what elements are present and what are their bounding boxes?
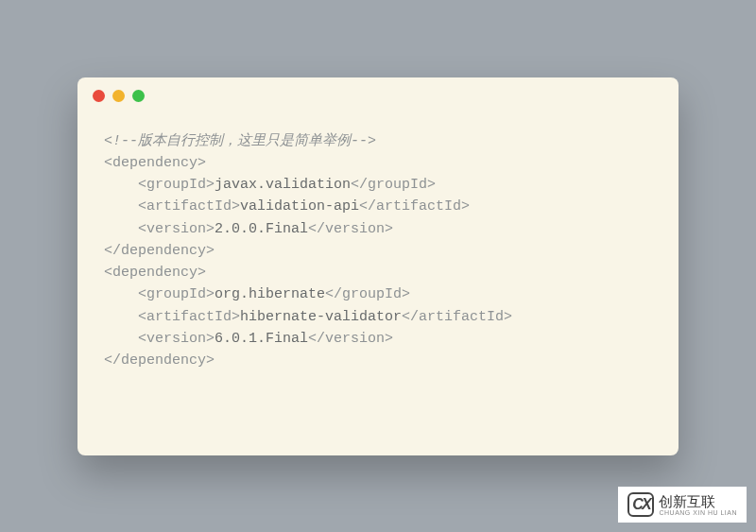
code-tag: <artifactId> — [104, 309, 240, 325]
code-tag: </artifactId> — [402, 309, 512, 325]
logo-text: 创新互联 CHUANG XIN HU LIAN — [659, 494, 737, 516]
code-value: 2.0.0.Final — [215, 221, 308, 237]
code-tag: <groupId> — [104, 286, 215, 302]
logo-sub-text: CHUANG XIN HU LIAN — [659, 509, 737, 516]
code-comment: <!--版本自行控制，这里只是简单举例--> — [104, 133, 376, 149]
code-tag: <artifactId> — [104, 198, 240, 215]
minimize-icon[interactable] — [112, 90, 125, 102]
close-icon[interactable] — [93, 90, 105, 102]
maximize-icon[interactable] — [132, 90, 145, 102]
code-tag: <dependency> — [104, 265, 206, 281]
window-titlebar — [77, 77, 679, 115]
code-tag: </dependency> — [104, 243, 215, 259]
code-content: <!--版本自行控制，这里只是简单举例--> <dependency> <gro… — [77, 115, 679, 387]
code-tag: </artifactId> — [359, 198, 470, 215]
code-tag: </dependency> — [104, 352, 215, 369]
code-value: 6.0.1.Final — [215, 331, 308, 347]
logo-main-text: 创新互联 — [659, 494, 737, 508]
logo-icon-text: CX — [632, 496, 649, 513]
code-tag: </version> — [308, 331, 393, 347]
code-tag: <version> — [104, 221, 215, 237]
code-tag: <dependency> — [104, 155, 206, 171]
code-value: org.hibernate — [215, 286, 325, 302]
code-value: javax.validation — [215, 177, 351, 193]
code-value: validation-api — [240, 198, 359, 215]
code-tag: </groupId> — [351, 177, 436, 193]
code-tag: </version> — [308, 221, 393, 237]
code-tag: <version> — [104, 331, 215, 347]
logo-icon: CX — [627, 492, 654, 517]
code-tag: </groupId> — [325, 286, 410, 302]
code-tag: <groupId> — [104, 177, 215, 193]
brand-logo: CX 创新互联 CHUANG XIN HU LIAN — [618, 487, 747, 523]
code-value: hibernate-validator — [240, 309, 402, 325]
code-window: <!--版本自行控制，这里只是简单举例--> <dependency> <gro… — [77, 77, 679, 455]
